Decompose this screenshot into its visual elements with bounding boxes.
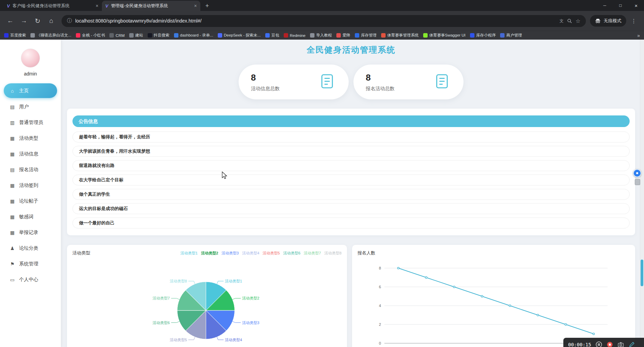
legend-item[interactable]: 活动类型3 xyxy=(222,251,239,256)
incognito-icon xyxy=(595,18,601,24)
stat-card-signup-total[interactable]: 8 报名活动总数 xyxy=(353,65,464,99)
bookmark-item[interactable]: 导入教程 xyxy=(310,33,332,38)
camera-icon[interactable] xyxy=(617,341,624,347)
announcement-row[interactable]: 做一个最好的自己 xyxy=(72,218,630,228)
floating-video-ball[interactable] xyxy=(633,169,641,177)
new-tab-button[interactable]: + xyxy=(202,1,212,11)
legend-item[interactable]: 活动类型2 xyxy=(201,251,218,256)
announcement-row[interactable]: 大学就该抓住青春，用汗水实现梦想 xyxy=(72,146,630,157)
data-point[interactable] xyxy=(509,305,511,306)
search-lens-icon[interactable] xyxy=(567,18,572,24)
stat-value: 8 xyxy=(251,72,280,83)
announcement-row[interactable]: 留退路就没有出路 xyxy=(72,160,630,171)
browser-tab-admin[interactable]: V 管理端-全民健身活动管理系统 × xyxy=(102,1,200,11)
announcement-row[interactable]: 远大的目标是成功的磁石 xyxy=(72,203,630,214)
sidebar-item-activity-type[interactable]: ▦ 活动类型 xyxy=(0,130,61,146)
incognito-badge[interactable]: 无痕模式 xyxy=(590,15,626,27)
bookmark-item[interactable]: CRM xyxy=(109,33,124,38)
grid-icon: ▦ xyxy=(10,151,15,157)
translate-icon[interactable]: 文 xyxy=(560,18,564,24)
bookmark-favicon xyxy=(310,33,314,38)
pie-label-line xyxy=(188,281,195,284)
sidebar-item-signup-activity[interactable]: ▤ 报名活动 xyxy=(0,162,61,178)
stop-record-icon[interactable] xyxy=(607,342,613,347)
scrollbar-thumb[interactable] xyxy=(641,260,643,286)
bookmark-item[interactable]: 爱降 xyxy=(336,33,350,38)
pause-icon[interactable] xyxy=(595,341,602,347)
bookmark-item[interactable]: 库存管理 xyxy=(355,33,377,38)
bookmark-item[interactable]: 体育赛事Swagger UI xyxy=(423,33,466,38)
bookmarks-overflow-icon[interactable]: » xyxy=(637,33,640,38)
sidebar-item-label: 活动信息 xyxy=(19,151,38,157)
maximize-icon[interactable]: □ xyxy=(613,0,628,11)
minimize-icon[interactable]: ─ xyxy=(597,0,613,11)
floating-widget[interactable] xyxy=(635,179,640,185)
sidebar-item-activity-info[interactable]: ▦ 活动信息 xyxy=(0,146,61,162)
bookmark-item[interactable]: 豆包 xyxy=(265,33,279,38)
data-point[interactable] xyxy=(593,333,594,335)
tab-close-icon[interactable]: × xyxy=(96,3,98,9)
browser-tab-client[interactable]: V 客户端-全民健身活动管理系统 × xyxy=(3,1,102,11)
pencil-icon[interactable] xyxy=(629,342,635,347)
address-bar[interactable]: ⓘ localhost:8080/springbootavwmry8v/admi… xyxy=(62,15,586,27)
legend-item[interactable]: 活动类型7 xyxy=(304,251,321,256)
browser-tabstrip: V 客户端-全民健身活动管理系统 × V 管理端-全民健身活动管理系统 × + … xyxy=(0,0,644,11)
sidebar-item-sensitive-words[interactable]: ▦ 敏感词 xyxy=(0,209,61,225)
data-point[interactable] xyxy=(453,286,455,288)
legend-item[interactable]: 活动类型4 xyxy=(242,251,259,256)
bookmark-item[interactable]: 百度搜索 xyxy=(4,33,26,38)
sidebar-item-report-records[interactable]: ▦ 举报记录 xyxy=(0,225,61,240)
bookmark-favicon xyxy=(470,33,474,38)
bookmark-item[interactable]: dashboard - 录单... xyxy=(174,33,213,38)
sidebar-item-admins[interactable]: ▥ 普通管理员 xyxy=(0,115,61,130)
bookmark-star-icon[interactable]: ☆ xyxy=(576,18,580,24)
menu-more-icon[interactable]: ⋮ xyxy=(628,15,640,27)
reload-icon[interactable]: ↻ xyxy=(31,15,44,27)
sidebar-item-home[interactable]: ⌂ 主页 xyxy=(4,83,57,98)
sidebar-item-system-manage[interactable]: ⚑ 系统管理 xyxy=(0,256,61,272)
data-point[interactable] xyxy=(425,277,427,278)
legend-item[interactable]: 活动类型5 xyxy=(263,251,280,256)
announcement-row[interactable]: 在大学给自己定个目标 xyxy=(72,175,630,185)
home-icon[interactable]: ⌂ xyxy=(45,15,57,27)
legend-item[interactable]: 活动类型6 xyxy=(283,251,300,256)
stat-card-activity-info[interactable]: 8 活动信息总数 xyxy=(239,65,349,99)
site-info-icon[interactable]: ⓘ xyxy=(67,18,72,24)
browser-toolbar: ← → ↻ ⌂ ⓘ localhost:8080/springbootavwmr… xyxy=(0,11,644,31)
data-point[interactable] xyxy=(537,314,539,316)
forward-icon[interactable]: → xyxy=(18,15,30,27)
tab-title: 客户端-全民健身活动管理系统 xyxy=(13,3,93,9)
bookmark-item[interactable]: 全栈 - 小红书 xyxy=(76,33,105,38)
sidebar-item-label: 用户 xyxy=(19,104,29,110)
data-point[interactable] xyxy=(398,267,399,269)
sidebar-item-forum-category[interactable]: ♟ 论坛分类 xyxy=(0,240,61,256)
pie-label-line xyxy=(232,321,241,323)
back-icon[interactable]: ← xyxy=(4,15,16,27)
bookmark-item[interactable]: DeepSeek - 探索未... xyxy=(218,33,261,38)
data-point[interactable] xyxy=(481,295,483,297)
grid-icon: ▦ xyxy=(10,183,15,188)
url-text[interactable]: localhost:8080/springbootavwmry8v/admin/… xyxy=(75,18,556,24)
close-icon[interactable]: × xyxy=(628,0,644,11)
bookmark-item[interactable]: 抖音搜索 xyxy=(148,33,170,38)
data-point[interactable] xyxy=(565,323,567,325)
sidebar-item-activity-checkin[interactable]: ▦ 活动签到 xyxy=(0,178,61,193)
legend-item[interactable]: 活动类型1 xyxy=(180,251,198,256)
bookmark-item[interactable]: 库存小程序 xyxy=(470,33,496,38)
tab-close-icon[interactable]: × xyxy=(194,3,197,9)
avatar[interactable] xyxy=(21,48,40,68)
announcement-row[interactable]: 做个真正的学生 xyxy=(72,189,630,200)
page-scrollbar[interactable] xyxy=(640,40,644,347)
pie-label: 活动类型1 xyxy=(225,279,242,283)
bookmark-label: 体育赛事Swagger UI xyxy=(429,33,466,38)
sidebar-item-forum-posts[interactable]: ▦ 论坛帖子 xyxy=(0,193,61,209)
bookmark-item[interactable]: 《聊斋志异白话文... xyxy=(30,33,71,38)
sidebar-item-personal-center[interactable]: ▭ 个人中心 xyxy=(0,272,61,288)
legend-item[interactable]: 活动类型8 xyxy=(324,251,341,256)
sidebar-item-users[interactable]: ▤ 用户 xyxy=(0,99,61,115)
announcement-row[interactable]: 趁着年轻，输得起，看得开，去经历 xyxy=(72,131,630,142)
bookmark-item[interactable]: 建站 xyxy=(129,33,143,38)
bookmark-item[interactable]: 体育赛事管理系统 xyxy=(381,33,419,38)
bookmark-item[interactable]: 商户管理 xyxy=(500,33,522,38)
bookmark-item[interactable]: Redmine xyxy=(284,33,306,38)
